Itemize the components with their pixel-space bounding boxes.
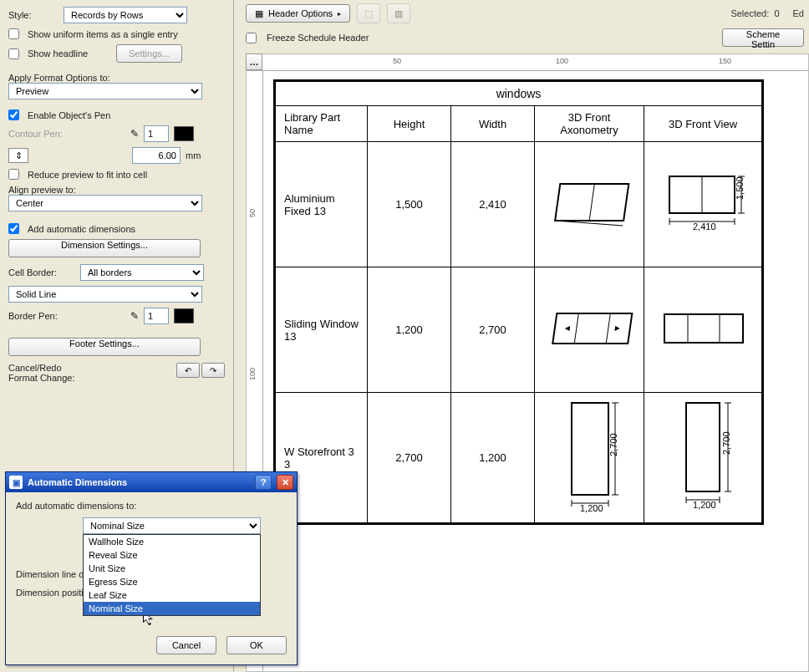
help-button[interactable]: ?: [255, 475, 272, 490]
freeze-label: Freeze Schedule Header: [267, 33, 369, 43]
cell-border-select[interactable]: All borders: [80, 264, 204, 281]
add-dims-label: Add automatic dimensions: [28, 224, 135, 234]
selected-count: 0: [774, 8, 779, 18]
svg-text:2,700: 2,700: [721, 431, 731, 455]
dropdown-option[interactable]: Reveal Size: [84, 548, 260, 562]
merge-button[interactable]: ⬚: [357, 3, 380, 23]
axon-cell: [535, 267, 644, 393]
canvas-area: ▦ Header Options ▸ ⬚ ▥ Selected: 0 Ed Fr…: [241, 0, 809, 672]
scheme-settings-button[interactable]: Scheme Settin: [722, 28, 804, 47]
dropdown-option[interactable]: Leaf Size: [84, 588, 260, 602]
window-drawing: 1,200 2,700: [653, 398, 753, 515]
border-pen-swatch[interactable]: [174, 308, 194, 323]
align-select[interactable]: Center: [8, 195, 202, 211]
header-options-label: Header Options: [268, 8, 333, 18]
dialog-titlebar[interactable]: ▣ Automatic Dimensions ? ✕: [6, 472, 297, 492]
border-pen-input[interactable]: [144, 308, 169, 324]
enable-pen-checkbox[interactable]: [8, 109, 19, 120]
dropdown-option-selected[interactable]: Nominal Size: [84, 602, 260, 615]
pen-icon: [130, 128, 139, 140]
uniform-checkbox[interactable]: [8, 28, 19, 39]
contour-pen-label: Contour Pen:: [8, 129, 125, 139]
headline-label: Show headline: [28, 48, 111, 59]
col-header: Width: [451, 106, 535, 142]
uniform-label: Show uniform items as a single entry: [28, 29, 178, 39]
style-label: Style:: [8, 10, 59, 20]
add-dims-to-label: Add automatic dimensions to:: [16, 501, 287, 511]
pen-icon-2: [130, 310, 139, 322]
table-cell: 2,410: [451, 142, 535, 267]
dropdown-option[interactable]: Unit Size: [84, 562, 260, 575]
schedule-table: windows Library Part Name Height Width 3…: [273, 79, 764, 525]
front-cell: [644, 267, 762, 393]
dropdown-option[interactable]: Wallhole Size: [84, 535, 260, 548]
schedule-title: windows: [276, 82, 762, 106]
table-cell: 1,500: [368, 142, 451, 267]
apply-format-label: Apply Format Options to:: [8, 73, 225, 83]
dialog-title: Automatic Dimensions: [28, 477, 127, 487]
svg-line-14: [574, 313, 578, 344]
col-header: 3D Front Axonometry: [535, 106, 644, 142]
svg-rect-13: [552, 313, 632, 344]
cancel-redo-label-1: Cancel/Redo: [8, 363, 74, 373]
svg-text:1,200: 1,200: [693, 500, 716, 510]
reduce-label: Reduce preview to fit into cell: [28, 170, 147, 180]
table-cell: 2,700: [368, 393, 451, 523]
footer-settings-button[interactable]: Footer Settings...: [8, 338, 201, 356]
dimension-type-select[interactable]: Nominal Size: [83, 517, 261, 534]
svg-text:1,200: 1,200: [580, 503, 603, 513]
horizontal-ruler: 50 100 150: [247, 54, 808, 71]
col-header: 3D Front View: [644, 106, 762, 142]
thickness-input[interactable]: [132, 147, 181, 164]
window-drawing: [653, 308, 753, 349]
apply-format-select[interactable]: Preview: [8, 83, 202, 99]
line-type-select[interactable]: Solid Line: [8, 286, 202, 303]
col-header: Height: [368, 106, 451, 142]
svg-text:1,500: 1,500: [735, 176, 745, 200]
header-options-dropdown[interactable]: ▦ Header Options ▸: [246, 4, 350, 23]
cancel-button[interactable]: Cancel: [156, 636, 216, 654]
border-pen-label: Border Pen:: [8, 311, 125, 321]
headline-checkbox[interactable]: [8, 48, 19, 59]
axon-cell: [535, 142, 644, 267]
col-header: Library Part Name: [276, 106, 368, 142]
svg-rect-28: [686, 403, 720, 491]
editable-label: Ed: [793, 8, 804, 18]
close-button[interactable]: ✕: [277, 475, 293, 490]
add-dims-checkbox[interactable]: [8, 223, 19, 234]
table-cell: 1,200: [368, 267, 451, 393]
ruler-origin-button[interactable]: …: [246, 53, 262, 70]
dropdown-option[interactable]: Egress Size: [84, 575, 260, 588]
table-cell: Sliding Window 13: [276, 267, 368, 393]
headline-settings-button[interactable]: Settings...: [116, 44, 182, 63]
svg-rect-19: [572, 403, 608, 495]
undo-button[interactable]: ↶: [176, 363, 200, 378]
svg-line-1: [589, 184, 594, 221]
contour-pen-input[interactable]: [144, 125, 169, 142]
drawing-canvas[interactable]: 50 100 150 50 100 windows Library Part N…: [246, 53, 809, 672]
axon-cell: 1,200 2,700: [535, 393, 644, 523]
dimension-settings-button[interactable]: Dimension Settings...: [8, 239, 201, 257]
redo-button[interactable]: ↷: [201, 363, 225, 378]
window-drawing: 2,410 1,500: [653, 170, 753, 237]
cancel-redo-label-2: Format Change:: [8, 373, 74, 383]
ok-button[interactable]: OK: [226, 636, 287, 654]
reduce-checkbox[interactable]: [8, 169, 19, 180]
front-cell: 1,200 2,700: [644, 393, 762, 523]
front-cell: 2,410 1,500: [644, 142, 762, 267]
dialog-icon: ▣: [9, 476, 23, 489]
table-cell: 1,200: [451, 393, 535, 523]
style-select[interactable]: Records by Rows: [64, 7, 187, 23]
svg-line-15: [606, 313, 610, 344]
thickness-icon: ⇕: [8, 148, 28, 163]
svg-text:2,410: 2,410: [693, 221, 716, 232]
split-button[interactable]: ▥: [387, 3, 410, 23]
automatic-dimensions-dialog: ▣ Automatic Dimensions ? ✕ Add automatic…: [5, 471, 298, 665]
freeze-checkbox[interactable]: [246, 33, 257, 43]
header-options-icon: ▦: [255, 8, 263, 19]
table-cell: 2,700: [451, 267, 535, 393]
cell-border-label: Cell Border:: [8, 267, 75, 277]
thickness-unit: mm: [186, 150, 201, 160]
contour-pen-swatch[interactable]: [174, 126, 194, 141]
enable-pen-label: Enable Object's Pen: [28, 110, 110, 120]
